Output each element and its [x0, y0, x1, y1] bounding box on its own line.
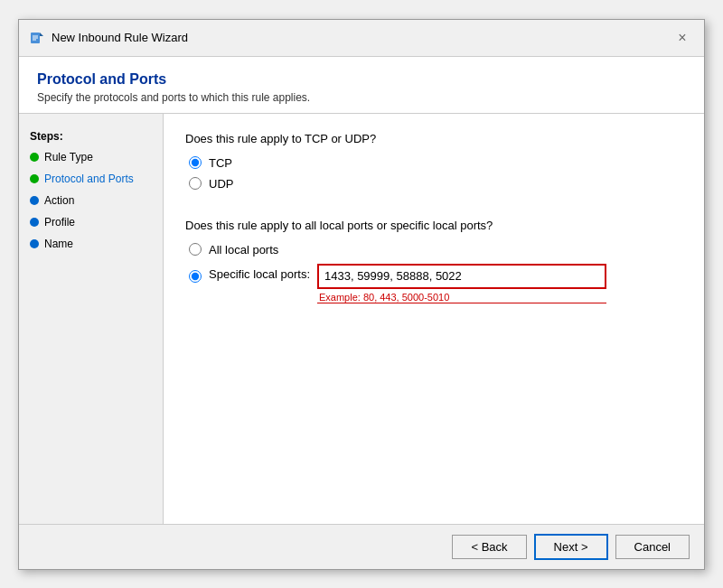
- all-ports-label: All local ports: [209, 243, 278, 257]
- wizard-icon: [30, 31, 44, 45]
- all-ports-radio[interactable]: [189, 243, 202, 256]
- sidebar-item-profile[interactable]: Profile: [19, 211, 163, 233]
- all-ports-option[interactable]: All local ports: [189, 243, 682, 257]
- tcp-radio[interactable]: [189, 156, 202, 169]
- back-button[interactable]: < Back: [452, 535, 526, 559]
- main-panel: Does this rule apply to TCP or UDP? TCP …: [164, 114, 704, 524]
- tcp-udp-radio-group: TCP UDP: [185, 156, 682, 191]
- sidebar-label-profile: Profile: [44, 216, 75, 229]
- tcp-udp-question: Does this rule apply to TCP or UDP?: [185, 132, 682, 145]
- specific-ports-label: Specific local ports:: [209, 267, 310, 281]
- sidebar-label-name: Name: [44, 238, 73, 250]
- sidebar-item-action[interactable]: Action: [19, 190, 163, 211]
- svg-marker-1: [40, 33, 43, 36]
- header-section: Protocol and Ports Specify the protocols…: [19, 57, 704, 114]
- next-button[interactable]: Next >: [534, 534, 608, 560]
- sidebar-item-rule-type[interactable]: Rule Type: [19, 146, 163, 168]
- close-button[interactable]: ×: [671, 27, 693, 49]
- dialog-footer: < Back Next > Cancel: [19, 524, 704, 569]
- specific-ports-radio[interactable]: [189, 270, 202, 283]
- page-subtitle: Specify the protocols and ports to which…: [37, 91, 686, 104]
- udp-option[interactable]: UDP: [189, 177, 682, 191]
- page-title: Protocol and Ports: [37, 71, 686, 88]
- step-dot-name: [30, 239, 39, 248]
- sidebar-label-action: Action: [44, 194, 74, 207]
- step-dot-protocol-ports: [30, 174, 39, 183]
- tcp-label: TCP: [209, 156, 232, 170]
- cancel-button[interactable]: Cancel: [615, 535, 690, 559]
- dialog-title: New Inbound Rule Wizard: [52, 31, 188, 44]
- ports-question: Does this rule apply to all local ports …: [185, 219, 682, 232]
- step-dot-profile: [30, 218, 39, 227]
- tcp-option[interactable]: TCP: [189, 156, 682, 170]
- sidebar-item-name[interactable]: Name: [19, 233, 163, 255]
- udp-label: UDP: [209, 177, 233, 191]
- dialog-window: New Inbound Rule Wizard × Protocol and P…: [18, 19, 705, 570]
- specific-ports-section: Specific local ports: Example: 80, 443, …: [189, 264, 682, 303]
- sidebar: Steps: Rule Type Protocol and Ports Acti…: [19, 114, 164, 524]
- steps-label: Steps:: [19, 126, 163, 146]
- ports-radio-group: All local ports Specific local ports: Ex…: [185, 243, 682, 303]
- step-dot-action: [30, 196, 39, 205]
- step-dot-rule-type: [30, 153, 39, 162]
- sidebar-item-protocol-ports[interactable]: Protocol and Ports: [19, 168, 163, 190]
- specific-ports-option[interactable]: Specific local ports:: [189, 264, 310, 283]
- sidebar-label-protocol-ports: Protocol and Ports: [44, 173, 134, 185]
- ports-input-container: Example: 80, 443, 5000-5010: [317, 264, 606, 303]
- ports-example-text: Example: 80, 443, 5000-5010: [317, 292, 606, 303]
- udp-radio[interactable]: [189, 177, 202, 190]
- title-bar: New Inbound Rule Wizard ×: [19, 20, 704, 57]
- sidebar-label-rule-type: Rule Type: [44, 151, 93, 163]
- content-area: Steps: Rule Type Protocol and Ports Acti…: [19, 114, 704, 524]
- specific-ports-input[interactable]: [317, 264, 606, 289]
- section-divider: [185, 209, 682, 210]
